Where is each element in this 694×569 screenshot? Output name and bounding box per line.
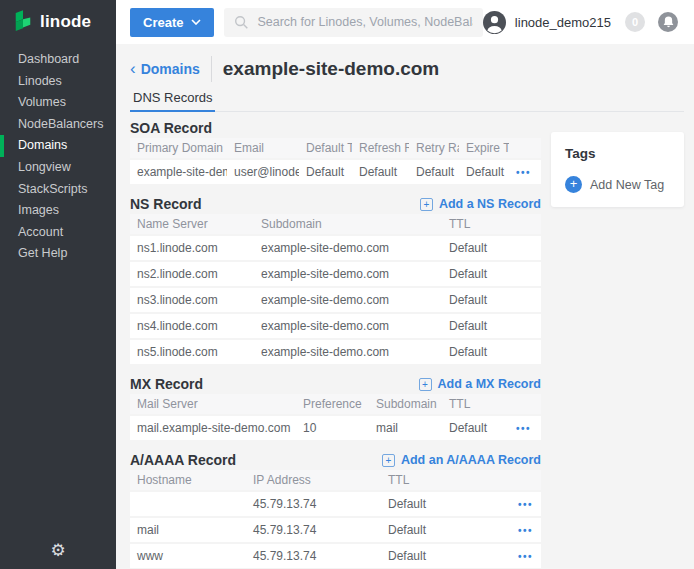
column-header: Mail Server bbox=[130, 397, 296, 411]
sidebar: linode DashboardLinodesVolumesNodeBalanc… bbox=[0, 0, 116, 569]
table-cell: 45.79.13.74 bbox=[246, 523, 381, 537]
column-header: Subdomain bbox=[369, 397, 442, 411]
section-soa-head: SOA Record bbox=[130, 120, 541, 136]
soa-record-table: Primary DomainEmailDefault TTLRefresh Ra… bbox=[130, 138, 541, 186]
table-header-row: HostnameIP AddressTTL bbox=[130, 470, 541, 492]
breadcrumb-back-label: Domains bbox=[141, 61, 200, 77]
table-cell: Default bbox=[352, 165, 409, 179]
tab-dns-records[interactable]: DNS Records bbox=[130, 90, 215, 112]
settings-gear-icon[interactable]: ⚙ bbox=[0, 540, 116, 561]
breadcrumb-divider bbox=[211, 56, 212, 82]
table-cell: ns3.linode.com bbox=[130, 293, 254, 307]
table-header-row: Primary DomainEmailDefault TTLRefresh Ra… bbox=[130, 138, 541, 160]
table-cell: Default bbox=[442, 345, 541, 359]
create-button[interactable]: Create bbox=[130, 8, 214, 37]
ns-record-table: Name ServerSubdomainTTLns1.linode.comexa… bbox=[130, 214, 541, 366]
notification-count-badge[interactable]: 0 bbox=[625, 12, 645, 32]
sidebar-item-images[interactable]: Images bbox=[0, 200, 116, 222]
table-cell: Default bbox=[442, 293, 541, 307]
row-actions-button[interactable]: ••• bbox=[518, 499, 533, 510]
add-ns-record-button[interactable]: + Add a NS Record bbox=[420, 197, 541, 211]
table-header-row: Mail ServerPreferenceSubdomainTTL bbox=[130, 394, 541, 416]
table-cell: mail bbox=[130, 523, 246, 537]
column-header: Primary Domain bbox=[130, 141, 227, 155]
table-cell: example-site-demo.com bbox=[254, 345, 442, 359]
sidebar-item-get-help[interactable]: Get Help bbox=[0, 243, 116, 265]
add-new-tag-button[interactable]: + Add New Tag bbox=[565, 176, 670, 193]
column-header: Subdomain bbox=[254, 217, 442, 231]
row-actions-button[interactable]: ••• bbox=[516, 167, 531, 178]
tags-panel-title: Tags bbox=[565, 146, 670, 161]
username[interactable]: linode_demo215 bbox=[515, 15, 611, 30]
row-actions-button[interactable]: ••• bbox=[518, 525, 533, 536]
actions-cell: ••• bbox=[511, 549, 541, 563]
table-row: ns4.linode.comexample-site-demo.comDefau… bbox=[130, 314, 541, 340]
table-cell: mail.example-site-demo.com bbox=[130, 421, 296, 435]
table-cell: ns4.linode.com bbox=[130, 319, 254, 333]
column-header: Name Server bbox=[130, 217, 254, 231]
sidebar-item-dashboard[interactable]: Dashboard bbox=[0, 49, 116, 71]
top-bar: Create linode_demo215 0 bbox=[116, 0, 694, 44]
linode-logo[interactable]: linode bbox=[0, 0, 116, 44]
table-header-row: Name ServerSubdomainTTL bbox=[130, 214, 541, 236]
column-header: TTL bbox=[381, 473, 511, 487]
table-cell: example-site-demo.com bbox=[254, 267, 442, 281]
column-header: TTL bbox=[442, 217, 541, 231]
row-actions-button[interactable]: ••• bbox=[516, 423, 531, 434]
column-header: TTL bbox=[442, 397, 509, 411]
table-cell: mail bbox=[369, 421, 442, 435]
sidebar-item-linodes[interactable]: Linodes bbox=[0, 71, 116, 93]
chevron-left-icon: ‹ bbox=[130, 62, 136, 76]
main-content: ‹ Domains example-site-demo.com DNS Reco… bbox=[116, 44, 694, 569]
sidebar-item-domains[interactable]: Domains bbox=[0, 135, 116, 157]
table-row: mail45.79.13.74Default••• bbox=[130, 518, 541, 544]
create-button-label: Create bbox=[143, 15, 183, 30]
section-title-soa: SOA Record bbox=[130, 120, 212, 136]
table-row: example-site-demo.comuser@linode.comDefa… bbox=[130, 160, 541, 186]
table-cell: Default bbox=[442, 241, 541, 255]
table-cell: ns5.linode.com bbox=[130, 345, 254, 359]
sidebar-item-longview[interactable]: Longview bbox=[0, 157, 116, 179]
column-header: Retry Rate bbox=[409, 141, 459, 155]
column-header: IP Address bbox=[246, 473, 381, 487]
add-aaaa-record-label: Add an A/AAAA Record bbox=[401, 453, 541, 467]
table-cell: Default bbox=[381, 497, 511, 511]
sidebar-item-nodebalancers[interactable]: NodeBalancers bbox=[0, 114, 116, 136]
table-row: ns1.linode.comexample-site-demo.comDefau… bbox=[130, 236, 541, 262]
section-aaaa-head: A/AAAA Record + Add an A/AAAA Record bbox=[130, 452, 541, 468]
table-row: ns3.linode.comexample-site-demo.comDefau… bbox=[130, 288, 541, 314]
page-title: example-site-demo.com bbox=[223, 58, 439, 80]
table-cell: Default bbox=[381, 523, 511, 537]
table-cell: user@linode.com bbox=[227, 165, 299, 179]
table-cell: Default bbox=[442, 421, 509, 435]
mx-record-table: Mail ServerPreferenceSubdomainTTLmail.ex… bbox=[130, 394, 541, 442]
column-header: Refresh Rate bbox=[352, 141, 409, 155]
table-row: mail.example-site-demo.com10mailDefault•… bbox=[130, 416, 541, 442]
table-cell: Default bbox=[442, 319, 541, 333]
column-header: Hostname bbox=[130, 473, 246, 487]
chevron-down-icon bbox=[191, 19, 201, 25]
notifications-bell-icon[interactable] bbox=[658, 12, 678, 32]
table-cell: example-site-demo.com bbox=[254, 319, 442, 333]
actions-cell: ••• bbox=[509, 165, 541, 179]
row-actions-button[interactable]: ••• bbox=[518, 551, 533, 562]
add-ns-record-label: Add a NS Record bbox=[439, 197, 541, 211]
user-avatar[interactable] bbox=[483, 11, 506, 34]
add-aaaa-record-button[interactable]: + Add an A/AAAA Record bbox=[382, 453, 541, 467]
table-row: 45.79.13.74Default••• bbox=[130, 492, 541, 518]
add-mx-record-button[interactable]: + Add a MX Record bbox=[419, 377, 542, 391]
sidebar-item-volumes[interactable]: Volumes bbox=[0, 92, 116, 114]
brand-name: linode bbox=[40, 12, 91, 32]
search-input[interactable] bbox=[257, 15, 472, 29]
section-title-mx: MX Record bbox=[130, 376, 203, 392]
section-title-ns: NS Record bbox=[130, 196, 202, 212]
table-row: ns5.linode.comexample-site-demo.comDefau… bbox=[130, 340, 541, 366]
breadcrumb-back-link[interactable]: ‹ Domains bbox=[130, 61, 200, 77]
table-cell: 45.79.13.74 bbox=[246, 549, 381, 563]
sidebar-item-stackscripts[interactable]: StackScripts bbox=[0, 179, 116, 201]
plus-square-icon: + bbox=[419, 378, 432, 391]
table-cell: Default bbox=[459, 165, 509, 179]
table-cell: example-site-demo.com bbox=[254, 241, 442, 255]
sidebar-item-account[interactable]: Account bbox=[0, 222, 116, 244]
search-icon bbox=[234, 15, 249, 30]
